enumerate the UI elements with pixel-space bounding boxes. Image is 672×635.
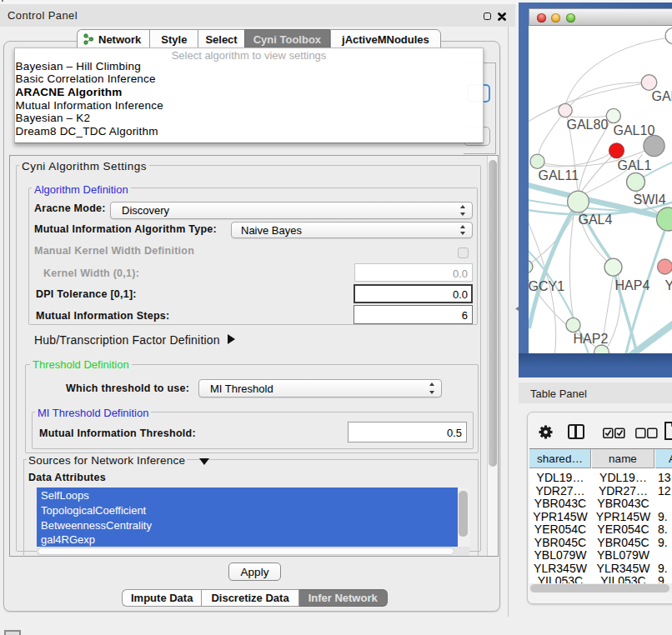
svg-text:GCY1: GCY1 (529, 279, 564, 293)
svg-text:HAP4: HAP4 (614, 278, 649, 292)
svg-text:GAL11: GAL11 (538, 168, 579, 182)
svg-text:HAP2: HAP2 (573, 332, 608, 346)
svg-text:SWI4: SWI4 (633, 192, 665, 207)
svg-text:GAL80: GAL80 (566, 118, 608, 132)
svg-text:GAL10: GAL10 (613, 123, 654, 138)
svg-text:GAL1: GAL1 (617, 158, 651, 172)
svg-text:GAL7: GAL7 (651, 89, 672, 103)
svg-text:YJ: YJ (664, 278, 672, 292)
svg-text:GAL4: GAL4 (578, 212, 612, 227)
